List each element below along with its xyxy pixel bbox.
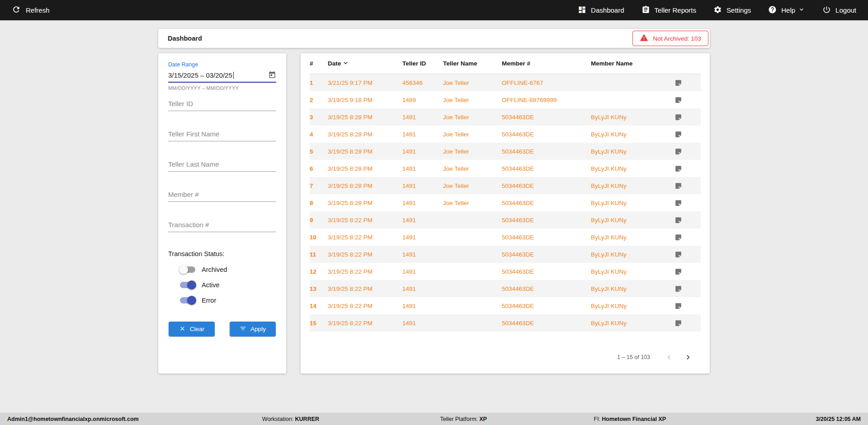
table-row[interactable]: 9 3/19/25 8:22 PM 1491 5034463DE ByLyJI … [310,211,701,229]
cell-member: 5034463DE [502,320,591,327]
active-toggle-label: Active [202,281,220,289]
clear-button-label: Clear [190,326,204,332]
cell-num: 15 [310,320,328,327]
table-row[interactable]: 11 3/19/25 8:22 PM 1491 5034463DE ByLyJI… [310,246,701,263]
col-header-member: Member # [502,60,591,67]
cell-teller-id: 1491 [402,114,443,121]
cell-member: 5034463DE [502,148,591,155]
archived-toggle-label: Archived [202,266,227,273]
table-row[interactable]: 1 3/21/25 9:17 PM 456346 Joe Teller OFFL… [310,74,701,91]
table-row[interactable]: 7 3/19/25 8:28 PM 1491 Joe Teller 503446… [310,177,701,194]
cell-date: 3/19/25 8:22 PM [328,303,402,309]
error-toggle-label: Error [202,297,216,304]
cell-num: 1 [310,79,328,86]
note-icon[interactable] [675,148,682,155]
cell-date: 3/19/25 8:22 PM [328,251,402,258]
note-icon[interactable] [675,182,682,190]
cell-num: 7 [310,182,328,189]
nav-dashboard[interactable]: Dashboard [578,5,624,15]
nav-help[interactable]: Help [768,5,805,15]
teller-first-name-input[interactable] [168,128,276,141]
warning-icon [640,33,648,43]
cell-member-name: ByLyJI KUNy [591,320,675,327]
apply-button[interactable]: Apply [230,322,276,336]
cell-date: 3/19/25 8:28 PM [328,182,402,189]
refresh-button[interactable]: Refresh [12,5,50,15]
cell-teller-id: 1491 [402,251,443,258]
cell-member: OFFLINE-6767 [502,79,591,86]
cell-date: 3/21/25 9:17 PM [328,79,402,86]
active-toggle[interactable] [180,282,195,288]
sort-arrow-icon [342,59,349,68]
cell-num: 5 [310,148,328,155]
cell-member-name: ByLyJI KUNy [591,217,675,224]
table-body: 1 3/21/25 9:17 PM 456346 Joe Teller OFFL… [310,74,701,332]
cell-member-name: ByLyJI KUNy [591,285,675,292]
note-icon[interactable] [675,96,682,104]
date-range-input[interactable]: 3/15/2025 – 03/20/25 [168,68,276,83]
nav-logout[interactable]: Logout [822,5,856,15]
table-row[interactable]: 10 3/19/25 8:22 PM 1491 5034463DE ByLyJI… [310,229,701,246]
teller-id-input[interactable] [168,98,276,111]
table-row[interactable]: 15 3/19/25 8:22 PM 1491 5034463DE ByLyJI… [310,314,701,332]
table-row[interactable]: 12 3/19/25 8:22 PM 1491 5034463DE ByLyJI… [310,263,701,280]
table-row[interactable]: 14 3/19/25 8:22 PM 1491 5034463DE ByLyJI… [310,297,701,314]
note-icon[interactable] [675,199,682,207]
filter-panel: Date Range 3/15/2025 – 03/20/25 MM/DD/YY… [158,53,286,374]
table-row[interactable]: 2 3/19/25 9:18 PM 1489 Joe Teller OFFLIN… [310,91,701,108]
logout-icon [822,5,831,15]
page-header-card: Dashboard Not Archived: 103 [158,29,710,48]
archived-toggle[interactable] [180,266,195,273]
note-icon[interactable] [675,113,682,121]
note-icon[interactable] [675,285,682,293]
note-icon[interactable] [675,268,682,276]
member-number-input[interactable] [168,188,276,202]
next-page-button[interactable] [682,351,694,364]
table-row[interactable]: 3 3/19/25 8:28 PM 1491 Joe Teller 503446… [310,108,701,126]
close-icon [179,325,186,333]
note-icon[interactable] [675,319,682,327]
cell-teller-name: Joe Teller [443,148,502,155]
results-table: # Date Teller ID Teller Name Member # Me… [301,53,710,374]
cell-member: 5034463DE [502,131,591,138]
main-content: Dashboard Not Archived: 103 Date Range 3… [158,29,710,374]
note-icon[interactable] [675,251,682,258]
nav-teller-reports[interactable]: Teller Reports [642,5,697,15]
note-icon[interactable] [675,79,682,87]
note-icon[interactable] [675,216,682,224]
col-header-teller-id: Teller ID [402,60,443,67]
col-header-date[interactable]: Date [328,59,402,68]
note-icon[interactable] [675,131,682,138]
cell-member: 5034463DE [502,200,591,206]
table-row[interactable]: 8 3/19/25 8:28 PM 1491 Joe Teller 503446… [310,194,701,211]
calendar-icon[interactable] [268,71,276,79]
cell-num: 3 [310,114,328,121]
cell-member-name: ByLyJI KUNy [591,268,675,275]
toggle-row-error: Error [180,294,276,306]
top-bar: Refresh Dashboard Teller Reports Setting… [0,0,868,20]
note-icon[interactable] [675,165,682,173]
not-archived-badge[interactable]: Not Archived: 103 [632,31,708,46]
note-icon[interactable] [675,234,682,241]
teller-last-name-input[interactable] [168,158,276,172]
apply-button-label: Apply [250,326,266,332]
cell-member-name: ByLyJI KUNy [591,148,675,155]
clear-button[interactable]: Clear [169,322,215,336]
cell-member-name: ByLyJI KUNy [591,200,675,206]
nav-settings[interactable]: Settings [713,5,751,15]
cell-teller-name: Joe Teller [443,79,502,86]
cell-teller-id: 1491 [402,148,443,155]
cell-teller-id: 456346 [402,79,443,86]
table-row[interactable]: 4 3/19/25 8:28 PM 1491 Joe Teller 503446… [310,126,701,143]
nav-teller-reports-label: Teller Reports [655,6,697,14]
table-row[interactable]: 5 3/19/25 8:28 PM 1491 Joe Teller 503446… [310,143,701,160]
table-row[interactable]: 13 3/19/25 8:22 PM 1491 5034463DE ByLyJI… [310,280,701,297]
nav-logout-label: Logout [835,6,856,14]
transaction-number-input[interactable] [168,219,276,232]
table-row[interactable]: 6 3/19/25 8:28 PM 1491 Joe Teller 503446… [310,160,701,177]
cell-member: 5034463DE [502,303,591,309]
error-toggle[interactable] [180,297,195,304]
cell-teller-id: 1489 [402,97,443,103]
note-icon[interactable] [675,302,682,310]
prev-page-button[interactable] [663,351,675,364]
